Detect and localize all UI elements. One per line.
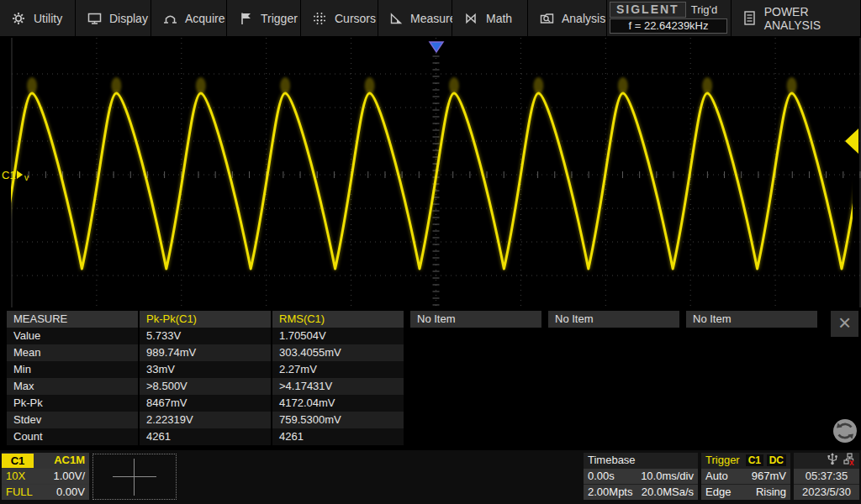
measure-row-label: Value (7, 328, 138, 344)
trigger-status-badge: Trig'd (691, 3, 718, 16)
measure-value-cell: >4.17431V (272, 378, 404, 395)
measure-header-cell[interactable]: No Item (686, 311, 817, 328)
measure-row-label: Max (7, 378, 138, 395)
timebase-delay: 0.00s (588, 469, 615, 484)
measure-row-label: Count (7, 428, 138, 445)
trace-intensity-fuzz (27, 77, 797, 94)
timebase-title: Timebase (588, 453, 636, 468)
lan-disconnected-icon: x (843, 453, 856, 468)
trigger-descriptor-box[interactable]: Trigger C1 DC Auto 967mV Edge Rising (701, 453, 790, 500)
channel1-offset-arrow-icon (17, 171, 23, 179)
menu-item-label: Display (109, 12, 148, 25)
measure-value-cell: 759.5300mV (272, 412, 404, 428)
clock-time: 05:37:35 (806, 469, 848, 484)
menu-item-label: Trigger (261, 12, 298, 25)
measure-value-cell: 4172.04mV (272, 395, 404, 412)
menu-item-power-analysis[interactable]: POWER ANALYSIS (732, 0, 861, 36)
trigger-source-badge: C1 (746, 454, 763, 466)
menu-item-math[interactable]: Math (452, 0, 528, 36)
measure-row-label: Pk-Pk (7, 395, 138, 412)
measure-value-cell: 2.27mV (272, 361, 404, 378)
usb-icon (827, 453, 837, 468)
measure-row-value: Value5.733V1.70504V (0, 328, 861, 344)
measure-row-mean: Mean989.74mV303.4055mV (0, 344, 861, 361)
timebase-descriptor-box[interactable]: Timebase 0.00s 10.0ms/div 2.00Mpts 20.0M… (584, 453, 698, 500)
trigger-level: 967mV (752, 469, 786, 484)
crosshair-icon (113, 476, 156, 477)
trigger-coupling-badge: DC (767, 454, 786, 466)
oscilloscope-screen: UtilityDisplayAcquireTriggerCursorsMeasu… (0, 0, 861, 504)
trigger-mode: Auto (705, 469, 728, 484)
measure-value-cell: 4261 (272, 428, 404, 445)
channel1-offset: 0.00V (56, 485, 85, 500)
measure-header-cell[interactable]: No Item (410, 311, 541, 328)
measure-value-cell: 8467mV (140, 395, 271, 412)
measure-row-min: Min33mV2.27mV (0, 361, 861, 378)
menu-item-label: Acquire (185, 12, 224, 25)
bottom-status-bar: C1 AC1M 10X 1.00V/ FULL 0.00V Timebase 0… (0, 450, 861, 504)
measure-header-cell[interactable]: RMS(C1) (272, 311, 404, 328)
channel1-badge: C1 (2, 454, 34, 468)
trigger-level-marker[interactable] (845, 129, 858, 154)
menu-item-analysis[interactable]: Analysis (528, 0, 607, 36)
measure-row-label: Stdev (7, 412, 138, 428)
measure-header-cell[interactable]: No Item (548, 311, 679, 328)
measure-value-cell: 4261 (140, 428, 271, 445)
menu-item-label: Analysis (562, 12, 605, 25)
channel1-trace (0, 93, 861, 269)
measure-header-cell[interactable]: MEASURE (7, 311, 138, 328)
channel1-descriptor-box[interactable]: C1 AC1M 10X 1.00V/ FULL 0.00V (2, 453, 89, 500)
cursor-grid-icon (312, 11, 327, 26)
menu-item-label: Cursors (335, 12, 376, 25)
timebase-sample-rate: 20.0MSa/s (642, 485, 694, 500)
delay-indicator-box[interactable] (92, 454, 177, 500)
measure-value-cell: >8.500V (140, 378, 271, 395)
measure-row-stdev: Stdev2.22319V759.5300mV (0, 412, 861, 428)
crosshair-icon (134, 459, 135, 496)
trigger-position-marker[interactable] (430, 42, 443, 52)
rotate-history-icon[interactable] (831, 417, 859, 445)
measurement-panel: MEASUREPk-Pk(C1)RMS(C1)No ItemNo ItemNo … (0, 309, 861, 449)
measure-header-cell[interactable]: Pk-Pk(C1) (140, 311, 271, 328)
bowtie-icon (463, 11, 478, 26)
channel1-coupling: AC1M (54, 453, 89, 468)
menu-item-cursors[interactable]: Cursors (301, 0, 378, 36)
datetime-box[interactable]: x 05:37:35 2023/5/30 (794, 453, 859, 500)
close-icon[interactable]: × (831, 311, 858, 337)
clipboard-icon (742, 11, 757, 26)
measure-row-label: Min (7, 361, 138, 378)
trigger-slope: Rising (756, 485, 786, 500)
acquire-arch-icon (162, 11, 177, 26)
measure-value-cell: 303.4055mV (272, 344, 404, 361)
clock-date: 2023/5/30 (802, 485, 851, 500)
channel1-bandwidth: FULL (6, 485, 33, 500)
menu-item-acquire[interactable]: Acquire (151, 0, 227, 36)
menu-item-trigger[interactable]: Trigger (227, 0, 301, 36)
timebase-memory: 2.00Mpts (588, 485, 632, 500)
measure-value-cell: 5.733V (140, 328, 271, 344)
channel1-offset-marker[interactable]: C1 v (2, 169, 29, 182)
svg-text:x: x (849, 458, 854, 465)
measure-value-cell: 1.70504V (272, 328, 404, 344)
measure-value-cell: 33mV (140, 361, 271, 378)
channel1-probe: 10X (6, 469, 25, 484)
folder-search-icon (539, 11, 554, 26)
channel1-offset-label: C1 (2, 169, 16, 181)
measure-value-cell: 989.74mV (140, 344, 271, 361)
trigger-type: Edge (705, 485, 731, 500)
menu-item-display[interactable]: Display (76, 0, 151, 36)
timebase-scale: 10.0ms/div (641, 469, 694, 484)
display-icon (87, 11, 102, 26)
trigger-title: Trigger (705, 453, 740, 468)
measure-row-max: Max>8.500V>4.17431V (0, 378, 861, 395)
measure-header-row: MEASUREPk-Pk(C1)RMS(C1)No ItemNo ItemNo … (0, 311, 861, 328)
brand-block: SIGLENT Trig'd f = 22.64239kHz (607, 0, 732, 36)
waveform-display-area: C1 v (0, 36, 861, 309)
menu-item-measure[interactable]: Measure (378, 0, 452, 36)
siglent-logo: SIGLENT (610, 2, 686, 18)
menu-item-utility[interactable]: Utility (0, 0, 76, 36)
measure-value-cell: 2.22319V (140, 412, 271, 428)
measure-row-pk-pk: Pk-Pk8467mV4172.04mV (0, 395, 861, 412)
flag-icon (238, 11, 253, 26)
top-menu-bar: UtilityDisplayAcquireTriggerCursorsMeasu… (0, 0, 861, 36)
